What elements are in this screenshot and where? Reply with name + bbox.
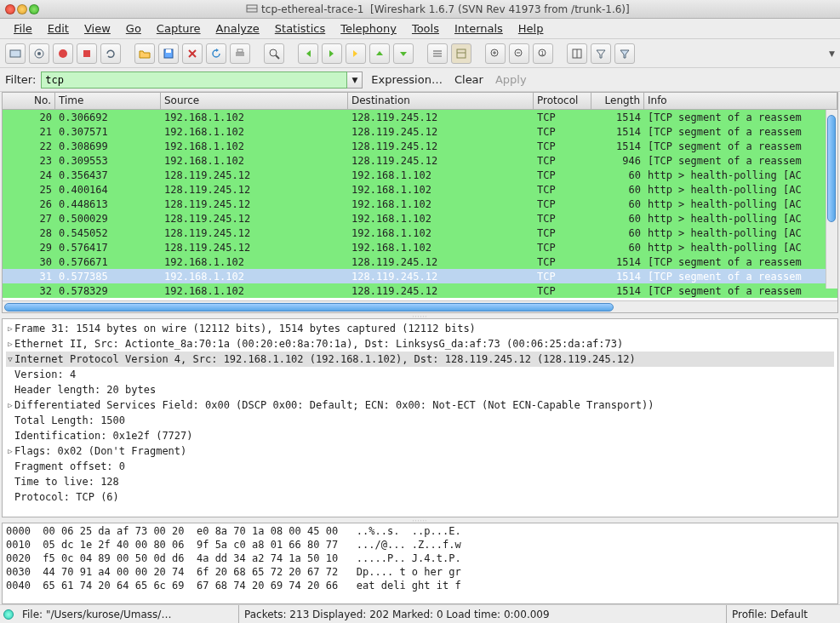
- interfaces-button[interactable]: [5, 43, 26, 64]
- hex-row[interactable]: 0020 f5 0c 04 89 00 50 0d d6 4a dd 34 a2…: [6, 552, 834, 566]
- menu-help[interactable]: Help: [511, 20, 551, 37]
- menu-tools[interactable]: Tools: [405, 20, 446, 37]
- details-ip-child[interactable]: Total Length: 1500: [6, 413, 834, 428]
- details-ip-child[interactable]: Version: 4: [6, 367, 834, 382]
- packet-list-body[interactable]: 200.306692192.168.1.102128.119.245.12TCP…: [3, 110, 837, 300]
- resize-columns-button[interactable]: [567, 43, 587, 64]
- menu-go[interactable]: Go: [119, 20, 148, 37]
- zoom-reset-button[interactable]: 1: [533, 43, 553, 64]
- close-button[interactable]: [182, 43, 203, 64]
- hex-row[interactable]: 0040 65 61 74 20 64 65 6c 69 67 68 74 20…: [6, 580, 834, 593]
- filter-dropdown-button[interactable]: ▼: [347, 71, 363, 89]
- packet-row[interactable]: 210.307571192.168.1.102128.119.245.12TCP…: [3, 124, 837, 139]
- start-capture-button[interactable]: [53, 43, 73, 64]
- details-ip-row[interactable]: ▽Internet Protocol Version 4, Src: 192.1…: [6, 352, 834, 367]
- save-button[interactable]: [158, 43, 179, 64]
- details-frame-row[interactable]: ▷Frame 31: 1514 bytes on wire (12112 bit…: [6, 321, 834, 336]
- column-header-protocol[interactable]: Protocol: [534, 93, 591, 109]
- details-ip-child[interactable]: ▷Flags: 0x02 (Don't Fragment): [6, 443, 834, 459]
- filter-clear-button[interactable]: Clear: [451, 73, 487, 86]
- details-ip-child[interactable]: Header length: 20 bytes: [6, 382, 834, 397]
- column-header-time[interactable]: Time: [55, 93, 161, 109]
- toolbar-overflow-icon[interactable]: ▼: [829, 49, 835, 58]
- hex-row[interactable]: 0030 44 70 91 a4 00 00 20 74 6f 20 68 65…: [6, 566, 834, 580]
- go-last-button[interactable]: [393, 43, 414, 64]
- display-filters-button[interactable]: [614, 43, 635, 64]
- packet-row[interactable]: 240.356437128.119.245.12192.168.1.102TCP…: [3, 168, 837, 182]
- details-ip-child[interactable]: Fragment offset: 0: [6, 459, 834, 474]
- packet-row[interactable]: 220.308699192.168.1.102128.119.245.12TCP…: [3, 139, 837, 153]
- hex-row[interactable]: 0000 00 06 25 da af 73 00 20 e0 8a 70 1a…: [6, 525, 834, 539]
- statusbar-profile[interactable]: Profile: Default: [726, 605, 837, 623]
- details-ip-child[interactable]: Protocol: TCP (6): [6, 489, 834, 505]
- details-ethernet-row[interactable]: ▷Ethernet II, Src: Actionte_8a:70:1a (00…: [6, 336, 834, 352]
- packet-bytes-pane[interactable]: 0000 00 06 25 da af 73 00 20 e0 8a 70 1a…: [2, 523, 838, 604]
- filter-input[interactable]: [41, 71, 347, 89]
- details-ip-child[interactable]: ▷Differentiated Services Field: 0x00 (DS…: [6, 397, 834, 413]
- stop-capture-button[interactable]: [77, 43, 97, 64]
- filter-icon: [594, 47, 608, 60]
- open-button[interactable]: [134, 43, 155, 64]
- packet-row[interactable]: 250.400164128.119.245.12192.168.1.102TCP…: [3, 182, 837, 197]
- packet-details-pane[interactable]: ▷Frame 31: 1514 bytes on wire (12112 bit…: [2, 318, 838, 517]
- packet-list-vscrollbar[interactable]: [826, 110, 837, 289]
- menu-file[interactable]: File: [7, 20, 39, 37]
- column-header-source[interactable]: Source: [161, 93, 348, 109]
- menu-view[interactable]: View: [77, 20, 117, 37]
- packet-row[interactable]: 310.577385192.168.1.102128.119.245.12TCP…: [3, 269, 837, 283]
- menu-telephony[interactable]: Telephony: [334, 20, 403, 37]
- capture-options-button[interactable]: [29, 43, 49, 64]
- window-maximize-button[interactable]: [29, 4, 39, 14]
- menu-capture[interactable]: Capture: [150, 20, 208, 37]
- collapse-icon[interactable]: ▽: [6, 355, 14, 363]
- hex-row[interactable]: 0010 05 dc 1e 2f 40 00 80 06 9f 5a c0 a8…: [6, 539, 834, 552]
- details-ip-child[interactable]: Time to live: 128: [6, 474, 834, 489]
- goto-icon: [349, 47, 363, 60]
- auto-scroll-button[interactable]: [451, 43, 471, 64]
- filter-expression-button[interactable]: Expression…: [368, 73, 446, 86]
- packet-row[interactable]: 320.578329192.168.1.102128.119.245.12TCP…: [3, 283, 837, 298]
- filter-apply-button[interactable]: Apply: [492, 73, 530, 86]
- expert-info-led-icon[interactable]: [3, 609, 14, 620]
- zoom-in-button[interactable]: [485, 43, 506, 64]
- close-icon: [186, 47, 199, 60]
- packet-list-hscrollbar[interactable]: [3, 300, 837, 312]
- go-back-button[interactable]: [298, 43, 318, 64]
- packet-row[interactable]: 270.500029128.119.245.12192.168.1.102TCP…: [3, 211, 837, 226]
- packet-row[interactable]: 200.306692192.168.1.102128.119.245.12TCP…: [3, 110, 837, 124]
- menu-analyze[interactable]: Analyze: [209, 20, 266, 37]
- packet-row[interactable]: 290.576417128.119.245.12192.168.1.102TCP…: [3, 240, 837, 254]
- details-ip-child[interactable]: Identification: 0x1e2f (7727): [6, 428, 834, 443]
- go-to-packet-button[interactable]: [346, 43, 366, 64]
- svg-rect-8: [166, 49, 171, 53]
- packet-row[interactable]: 300.576671192.168.1.102128.119.245.12TCP…: [3, 254, 837, 269]
- expand-icon[interactable]: ▷: [6, 340, 14, 348]
- colorize-button[interactable]: [427, 43, 448, 64]
- svg-rect-11: [236, 52, 244, 56]
- column-header-info[interactable]: Info: [644, 93, 837, 109]
- packet-row[interactable]: 260.448613128.119.245.12192.168.1.102TCP…: [3, 197, 837, 211]
- restart-capture-button[interactable]: [100, 43, 121, 64]
- column-header-length[interactable]: Length: [591, 93, 644, 109]
- expand-icon[interactable]: ▷: [6, 401, 14, 409]
- expand-icon[interactable]: ▷: [6, 447, 14, 455]
- print-button[interactable]: [230, 43, 250, 64]
- menu-statistics[interactable]: Statistics: [268, 20, 332, 37]
- capture-filters-button[interactable]: [591, 43, 611, 64]
- go-forward-button[interactable]: [322, 43, 342, 64]
- arrow-left-icon: [301, 47, 315, 60]
- column-header-no[interactable]: No.: [3, 93, 55, 109]
- window-minimize-button[interactable]: [17, 4, 27, 14]
- reload-button[interactable]: [206, 43, 226, 64]
- window-close-button[interactable]: [5, 4, 15, 14]
- go-first-button[interactable]: [369, 43, 390, 64]
- column-header-destination[interactable]: Destination: [348, 93, 534, 109]
- expand-icon[interactable]: ▷: [6, 324, 14, 333]
- packet-row[interactable]: 280.545052128.119.245.12192.168.1.102TCP…: [3, 226, 837, 240]
- packet-row[interactable]: 230.309553192.168.1.102128.119.245.12TCP…: [3, 153, 837, 168]
- menu-edit[interactable]: Edit: [41, 20, 76, 37]
- zoom-out-button[interactable]: [509, 43, 529, 64]
- find-button[interactable]: [264, 43, 284, 64]
- menu-internals[interactable]: Internals: [448, 20, 510, 37]
- filter-toolbar: Filter: ▼ Expression… Clear Apply: [0, 68, 840, 92]
